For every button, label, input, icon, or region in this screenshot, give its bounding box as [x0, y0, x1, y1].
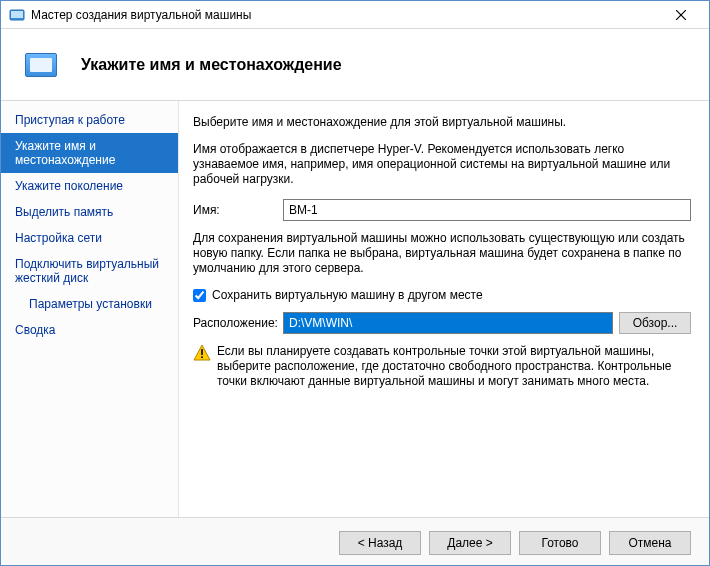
page-title: Укажите имя и местонахождение: [81, 56, 342, 74]
warning-text: Если вы планируете создавать контрольные…: [217, 344, 691, 389]
wizard-steps-sidebar: Приступая к работе Укажите имя и местона…: [1, 101, 179, 517]
sidebar-item-summary[interactable]: Сводка: [1, 317, 178, 343]
location-label: Расположение:: [193, 316, 283, 330]
store-elsewhere-label: Сохранить виртуальную машину в другом ме…: [212, 288, 483, 302]
window-title: Мастер создания виртуальной машины: [31, 8, 661, 22]
intro-text: Выберите имя и местонахождение для этой …: [193, 115, 691, 130]
sidebar-item-start[interactable]: Приступая к работе: [1, 107, 178, 133]
svg-rect-7: [201, 349, 203, 355]
back-button[interactable]: < Назад: [339, 531, 421, 555]
location-input[interactable]: [283, 312, 613, 334]
svg-rect-8: [201, 356, 203, 358]
cancel-button[interactable]: Отмена: [609, 531, 691, 555]
close-icon: [676, 10, 686, 20]
wizard-content: Выберите имя и местонахождение для этой …: [179, 101, 709, 517]
wizard-icon: [25, 53, 57, 77]
name-label: Имя:: [193, 203, 283, 217]
wizard-footer: < Назад Далее > Готово Отмена: [1, 517, 709, 566]
finish-button[interactable]: Готово: [519, 531, 601, 555]
name-help-text: Имя отображается в диспетчере Hyper-V. Р…: [193, 142, 691, 187]
titlebar: Мастер создания виртуальной машины: [1, 1, 709, 29]
sidebar-item-install-options[interactable]: Параметры установки: [1, 291, 178, 317]
sidebar-item-memory[interactable]: Выделить память: [1, 199, 178, 225]
svg-rect-5: [30, 58, 52, 72]
app-icon: [9, 7, 25, 23]
sidebar-item-vhd[interactable]: Подключить виртуальный жесткий диск: [1, 251, 178, 291]
warning-icon: [193, 344, 211, 362]
folder-help-text: Для сохранения виртуальной машины можно …: [193, 231, 691, 276]
close-button[interactable]: [661, 1, 701, 29]
vm-name-input[interactable]: [283, 199, 691, 221]
svg-rect-1: [11, 11, 23, 18]
page-header: Укажите имя и местонахождение: [1, 29, 709, 101]
sidebar-item-generation[interactable]: Укажите поколение: [1, 173, 178, 199]
sidebar-item-network[interactable]: Настройка сети: [1, 225, 178, 251]
browse-button[interactable]: Обзор...: [619, 312, 691, 334]
sidebar-item-name-location[interactable]: Укажите имя и местонахождение: [1, 133, 178, 173]
next-button[interactable]: Далее >: [429, 531, 511, 555]
store-elsewhere-checkbox[interactable]: [193, 289, 206, 302]
